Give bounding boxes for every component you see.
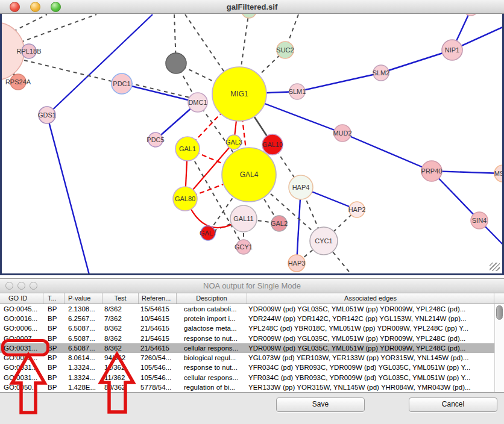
network-edge-dash[interactable] xyxy=(24,60,122,84)
panel-footer: Save Cancel xyxy=(0,392,504,424)
network-edge-dash[interactable] xyxy=(20,14,96,42)
column-header-go-id[interactable]: GO ID xyxy=(0,293,43,304)
node-label-RPS24A: RPS24A xyxy=(5,78,31,86)
column-header-p-value[interactable]: P-value xyxy=(65,293,102,304)
network-edge-blue[interactable] xyxy=(47,115,89,273)
table-cell: BP xyxy=(43,334,65,343)
node-label-GAL11: GAL11 xyxy=(233,215,253,222)
table-cell: regulation of bi... xyxy=(177,382,247,392)
vertical-scrollbar[interactable] xyxy=(494,304,504,392)
table-cell: YDR009W (pd) YGL035C, YML051W (pp) YDR00… xyxy=(247,334,494,343)
network-edge-blue[interactable] xyxy=(297,73,381,92)
table-cell: 6.2567... xyxy=(65,314,102,323)
table-cell: GO:0016... xyxy=(0,314,43,323)
table-cell: 7/362 xyxy=(102,314,139,323)
node-label-HAP4: HAP4 xyxy=(292,184,310,191)
network-canvas[interactable]: RPL18BRPS24AGDS1PDC1PDC5DMC1MIG1SUC2SLM1… xyxy=(0,14,504,275)
node-label-PDC1: PDC1 xyxy=(113,80,130,87)
table-cell: 1.3324... xyxy=(65,363,102,372)
network-window-titlebar[interactable]: galFiltered.sif xyxy=(0,0,504,14)
table-cell: 21/54615 xyxy=(139,343,177,353)
screen: galFiltered.sif RPL18BRPS24AGDS1PDC1PDC5… xyxy=(0,0,504,424)
save-button[interactable]: Save xyxy=(276,398,365,412)
column-header-description[interactable]: Desciption xyxy=(177,293,247,304)
node-label-GAL80: GAL80 xyxy=(175,195,195,202)
network-edge-blue[interactable] xyxy=(47,14,153,115)
scrollbar-thumb[interactable] xyxy=(496,305,503,320)
network-edge-dash[interactable] xyxy=(13,14,47,31)
table-row[interactable]: GO:0065...BP8.0614...94/3627260/54...bio… xyxy=(0,353,504,363)
node-label-DMC1: DMC1 xyxy=(188,99,207,106)
column-header-associated-edges[interactable]: Associated edges xyxy=(247,293,494,304)
table-body: GO:0045...BP2.1308...8/36215/54615carbon… xyxy=(0,304,504,392)
node-label-RPL18B: RPL18B xyxy=(17,48,42,55)
column-header-test[interactable]: Test xyxy=(102,293,139,304)
network-edge-redcurve[interactable] xyxy=(191,208,233,228)
table-cell: 8/362 xyxy=(102,323,139,333)
column-header-filler xyxy=(494,293,504,304)
table-cell: YPL248C (pd) YBR018C, YML051W (pp) YDR00… xyxy=(247,323,494,333)
node-label-SLM2: SLM2 xyxy=(373,69,390,76)
table-cell: response to nut... xyxy=(177,363,247,372)
table-cell: GO:0050... xyxy=(0,382,43,392)
resize-grip-icon[interactable] xyxy=(490,263,500,271)
table-row[interactable]: GO:0007...BP6.5087...8/36221/54615respon… xyxy=(0,334,504,343)
table-cell: 21/54615 xyxy=(139,323,177,333)
table-row[interactable]: GO:0031...BP6.5087...8/36221/54615cellul… xyxy=(0,343,504,353)
table-cell: 2.1308... xyxy=(65,304,102,314)
node-label-HAP2: HAP2 xyxy=(348,206,366,213)
cancel-button[interactable]: Cancel xyxy=(409,398,497,412)
table-cell: galactose meta... xyxy=(177,323,247,333)
table-cell: YDR009W (pd) YGL035C, YML051W (pp) YDR00… xyxy=(247,343,494,353)
node-label-GAL3: GAL3 xyxy=(225,139,242,146)
node-label-GAL7: GAL7 xyxy=(200,229,216,237)
table-cell: 8/362 xyxy=(102,334,139,343)
node-unlabeled[interactable] xyxy=(166,53,186,73)
table-row[interactable]: GO:0016...BP6.2567...7/36210/54615protei… xyxy=(0,314,504,323)
table-row[interactable]: GO:0050...BP1.428E...80/3625778/54...reg… xyxy=(0,382,504,392)
node-unlabeled[interactable] xyxy=(242,14,256,18)
table-cell: GO:0031... xyxy=(0,363,43,372)
table-cell: GO:0065... xyxy=(0,353,43,363)
node-label-HAP3: HAP3 xyxy=(288,260,306,267)
table-cell: 94/362 xyxy=(102,353,139,363)
network-edge-blue[interactable] xyxy=(342,133,432,171)
table-cell: BP xyxy=(43,323,65,333)
table-cell: 6.5087... xyxy=(65,343,102,353)
table-cell: YGL073W (pd) YER103W, YER133W (pp) YOR31… xyxy=(247,353,494,363)
table-cell: 80/362 xyxy=(102,382,139,392)
table-cell: BP xyxy=(43,353,65,363)
table-cell: 11/362 xyxy=(102,373,139,382)
table-cell: YFR034C (pd) YBR093C, YDR009W (pd) YGL03… xyxy=(247,363,494,372)
table-cell: GO:0007... xyxy=(0,334,43,343)
node-label-PDC5: PDC5 xyxy=(146,136,164,143)
node-label-SIN4: SIN4 xyxy=(472,217,487,224)
network-edge-dash[interactable] xyxy=(241,14,249,71)
node-label-GAL1: GAL1 xyxy=(179,145,196,152)
table-cell: carbon cataboli... xyxy=(177,304,247,314)
network-edge-dash[interactable] xyxy=(122,81,198,99)
table-cell: BP xyxy=(43,363,65,372)
node-label-GCY1: GCY1 xyxy=(235,243,253,251)
node-unlabeled[interactable] xyxy=(464,14,478,16)
noa-output-window: NOA output for Single Mode GO ID T... P-… xyxy=(0,275,504,424)
table-row[interactable]: GO:0031...BP1.3324...11/362105/546...res… xyxy=(0,363,504,372)
table-cell: YER133W (pp) YOR315W, YNL145W (pd) YHR08… xyxy=(247,382,494,392)
node-label-GAL4: GAL4 xyxy=(240,170,259,179)
table-row[interactable]: GO:0031...BP1.3324...11/362105/546...cel… xyxy=(0,373,504,382)
node-label-MIG1: MIG1 xyxy=(230,90,248,98)
noa-window-titlebar[interactable]: NOA output for Single Mode xyxy=(0,279,504,293)
node-label-NIP1: NIP1 xyxy=(445,46,459,54)
column-header-type[interactable]: T... xyxy=(43,293,65,304)
table-cell: 8/362 xyxy=(102,343,139,353)
network-edge-blue[interactable] xyxy=(122,84,198,102)
column-header-reference[interactable]: Referen... xyxy=(139,293,177,304)
network-edge-blue[interactable] xyxy=(381,50,452,73)
table-row[interactable]: GO:0006...BP6.5087...8/36221/54615galact… xyxy=(0,323,504,333)
node-label-MUD2: MUD2 xyxy=(333,129,351,137)
table-row[interactable]: GO:0045...BP2.1308...8/36215/54615carbon… xyxy=(0,304,504,314)
table-cell: response to nut... xyxy=(177,334,247,343)
node-label-GAL10: GAL10 xyxy=(262,141,283,148)
table-cell: 1.428E... xyxy=(65,382,102,392)
table-cell: YDR244W (pp) YDR142C, YDR142C (pp) YGL15… xyxy=(247,314,494,323)
